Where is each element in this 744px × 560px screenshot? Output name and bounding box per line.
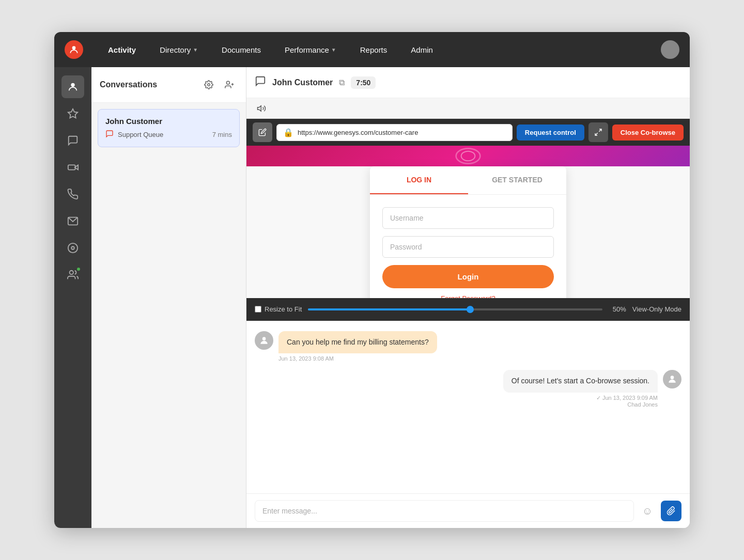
- annotation-icon[interactable]: [253, 100, 270, 117]
- tab-get-started[interactable]: GET STARTED: [468, 166, 566, 194]
- svg-point-17: [461, 151, 475, 161]
- chat-timer: 7:50: [351, 76, 376, 89]
- svg-point-9: [208, 84, 210, 86]
- conv-meta: Support Queue 7 mins: [105, 130, 232, 139]
- slider-thumb: [467, 306, 474, 313]
- cobrowse-toolbar: 🔒 https://www.genesys.com/customer-care …: [246, 119, 690, 146]
- zoom-slider[interactable]: [308, 308, 602, 310]
- conversations-panel: Conversations John Customer Support: [91, 67, 246, 528]
- directory-chevron-icon: ▼: [193, 47, 198, 53]
- svg-point-19: [671, 376, 674, 379]
- conv-header-icons: [200, 76, 238, 93]
- online-badge: [76, 267, 81, 272]
- forgot-password-link[interactable]: Forgot Password?: [382, 294, 554, 298]
- conv-queue-label: Support Queue: [118, 131, 208, 138]
- svg-marker-2: [68, 109, 78, 118]
- customer-avatar: [255, 331, 273, 350]
- message-row-agent: Of course! Let's start a Co-browse sessi…: [255, 370, 681, 408]
- request-control-button[interactable]: Request control: [517, 125, 584, 141]
- slider-filled: [308, 308, 470, 310]
- sidebar-icon-rail: [54, 67, 91, 528]
- annotation-toolbar: [246, 98, 690, 119]
- svg-marker-13: [258, 105, 261, 111]
- performance-chevron-icon: ▼: [331, 47, 336, 53]
- sidebar-icon-monitor[interactable]: [61, 237, 84, 259]
- nav-item-activity[interactable]: Activity: [104, 42, 140, 57]
- conversation-item[interactable]: John Customer Support Queue 7 mins: [98, 109, 240, 147]
- nav-item-performance[interactable]: Performance ▼: [281, 42, 340, 57]
- settings-icon[interactable]: [200, 76, 217, 93]
- sidebar-icon-team[interactable]: [61, 263, 84, 286]
- chat-panel: John Customer ⧉ 7:50 🔒 https://www.genes…: [246, 67, 690, 528]
- message-row-customer: Can you help me find my billing statemen…: [255, 331, 681, 362]
- agent-message-meta: ✓ Jun 13, 2023 9:09 AM Chad Jones: [503, 395, 658, 408]
- svg-point-0: [72, 46, 76, 50]
- tab-login[interactable]: LOG IN: [370, 166, 468, 194]
- message-input-area: ☺: [246, 493, 690, 528]
- agent-avatar: [663, 370, 681, 388]
- url-text: https://www.genesys.com/customer-care: [298, 129, 506, 136]
- password-input[interactable]: [382, 236, 554, 258]
- sidebar-icon-starred[interactable]: [61, 102, 84, 125]
- emoji-button[interactable]: ☺: [638, 502, 657, 520]
- close-cobrowse-button[interactable]: Close Co-browse: [612, 125, 684, 141]
- chat-contact-name: John Customer: [272, 78, 333, 87]
- customer-message-bubble: Can you help me find my billing statemen…: [278, 331, 437, 354]
- sidebar-icon-video[interactable]: [61, 156, 84, 179]
- login-body: Login Forgot Password?: [370, 195, 566, 298]
- svg-point-10: [226, 81, 229, 84]
- copy-icon[interactable]: ⧉: [339, 78, 345, 87]
- sidebar-icon-profile[interactable]: [61, 75, 84, 98]
- cobrowse-bottom-bar: Resize to Fit 50% View-Only Mode: [246, 298, 690, 321]
- attach-button[interactable]: [661, 501, 681, 521]
- conv-contact-name: John Customer: [105, 117, 232, 126]
- top-navigation: Activity Directory ▼ Documents Performan…: [54, 32, 690, 67]
- conv-time: 7 mins: [212, 131, 232, 138]
- svg-point-18: [262, 337, 266, 340]
- svg-line-15: [595, 133, 598, 135]
- agent-message-bubble: Of course! Let's start a Co-browse sessi…: [503, 370, 658, 393]
- app-logo: [65, 40, 83, 59]
- svg-point-8: [70, 271, 73, 274]
- sidebar-icon-phone[interactable]: [61, 183, 84, 206]
- view-only-label: View-Only Mode: [632, 305, 681, 313]
- zoom-percent: 50%: [613, 305, 626, 313]
- lock-icon: 🔒: [283, 128, 293, 137]
- sidebar-icon-chat[interactable]: [61, 129, 84, 152]
- nav-right: [661, 40, 679, 59]
- customer-message-meta: Jun 13, 2023 9:08 AM: [278, 355, 437, 362]
- resize-checkbox-input[interactable]: [255, 306, 261, 313]
- edit-button[interactable]: [253, 122, 272, 142]
- messages-area: Can you help me find my billing statemen…: [246, 321, 690, 494]
- svg-point-7: [71, 246, 74, 250]
- nav-item-admin[interactable]: Admin: [407, 42, 437, 57]
- nav-item-documents[interactable]: Documents: [218, 42, 265, 57]
- login-tabs: LOG IN GET STARTED: [370, 166, 566, 195]
- username-input[interactable]: [382, 207, 554, 229]
- chat-header-chat-icon: [255, 75, 266, 89]
- url-bar[interactable]: 🔒 https://www.genesys.com/customer-care: [276, 124, 513, 141]
- resize-to-fit[interactable]: Resize to Fit: [255, 305, 302, 313]
- sidebar-icon-mail[interactable]: [61, 210, 84, 232]
- browser-content: LOG IN GET STARTED Login Forgot Password…: [246, 146, 690, 298]
- svg-line-14: [599, 129, 601, 132]
- customer-message-wrap: Can you help me find my billing statemen…: [278, 331, 437, 362]
- conversations-header: Conversations: [91, 67, 246, 103]
- chat-header: John Customer ⧉ 7:50: [246, 67, 690, 98]
- login-card: LOG IN GET STARTED Login Forgot Password…: [370, 166, 566, 298]
- fullscreen-button[interactable]: [588, 122, 608, 142]
- login-button[interactable]: Login: [382, 265, 554, 288]
- user-avatar[interactable]: [661, 40, 679, 59]
- svg-point-6: [68, 243, 78, 253]
- message-input[interactable]: [255, 500, 634, 522]
- add-contact-icon[interactable]: [221, 76, 238, 93]
- site-banner: [246, 146, 690, 166]
- nav-item-reports[interactable]: Reports: [356, 42, 392, 57]
- conv-queue-icon: [105, 130, 114, 139]
- svg-point-1: [71, 83, 74, 87]
- resize-label: Resize to Fit: [265, 305, 302, 313]
- conversations-title: Conversations: [100, 80, 157, 89]
- agent-message-wrap: Of course! Let's start a Co-browse sessi…: [503, 370, 658, 408]
- nav-item-directory[interactable]: Directory ▼: [156, 42, 202, 57]
